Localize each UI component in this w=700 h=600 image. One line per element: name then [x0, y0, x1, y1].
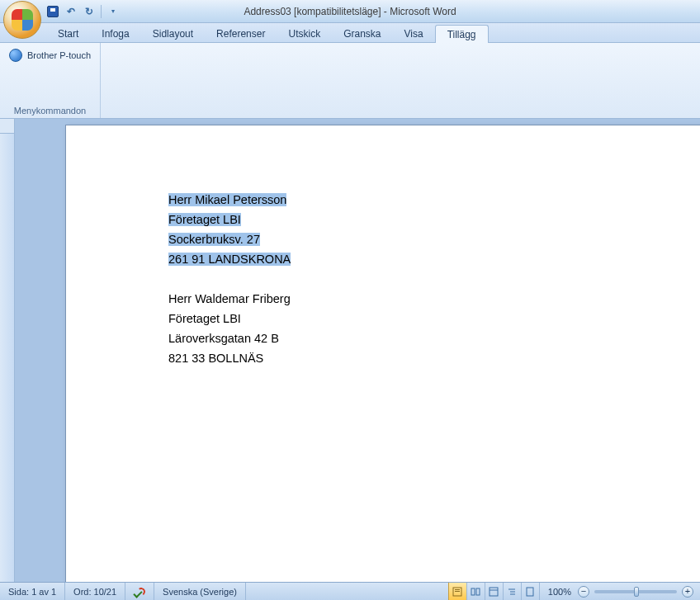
brother-ptouch-button[interactable]: Brother P-touch [5, 46, 95, 64]
ribbon-tabs: Start Infoga Sidlayout Referenser Utskic… [0, 23, 700, 43]
tab-utskick[interactable]: Utskick [277, 25, 332, 42]
office-button[interactable] [3, 1, 41, 39]
svg-rect-10 [527, 588, 533, 596]
print-layout-icon [452, 587, 462, 597]
selected-text-line[interactable]: Herr Mikael Petersson [168, 193, 286, 206]
ruler-corner [0, 119, 15, 134]
draft-icon [525, 587, 535, 597]
selected-text-line[interactable]: Sockerbruksv. 27 [168, 233, 260, 246]
selected-text-line[interactable]: Företaget LBI [168, 213, 241, 226]
text-line[interactable]: 821 33 BOLLNÄS [168, 348, 700, 368]
view-fullscreen-button[interactable] [466, 583, 485, 600]
vertical-ruler[interactable] [0, 119, 15, 582]
fullscreen-reading-icon [471, 587, 480, 597]
svg-rect-1 [455, 589, 460, 590]
zoom-control: 100% − + [539, 583, 700, 600]
zoom-percentage[interactable]: 100% [546, 587, 573, 597]
status-bar: Sida: 1 av 1 Ord: 10/21 Svenska (Sverige… [0, 582, 700, 600]
selected-text-line[interactable]: 261 91 LANDSKRONA [168, 253, 291, 266]
text-line[interactable]: Herr Waldemar Friberg [168, 289, 700, 309]
ribbon-content: Brother P-touch Menykommandon [0, 43, 700, 119]
tab-infoga[interactable]: Infoga [90, 25, 140, 42]
svg-rect-4 [476, 588, 480, 595]
quick-access-toolbar: ↶ ↻ ▾ [46, 5, 120, 18]
view-draft-button[interactable] [521, 583, 539, 600]
qat-separator [101, 5, 102, 18]
status-language[interactable]: Svenska (Sverige) [154, 583, 246, 600]
view-print-layout-button[interactable] [448, 583, 466, 600]
brother-ptouch-icon [9, 49, 22, 62]
office-logo-icon [12, 9, 33, 31]
brother-ptouch-label: Brother P-touch [27, 50, 91, 60]
view-web-layout-button[interactable] [485, 583, 503, 600]
save-button[interactable] [46, 5, 59, 18]
zoom-slider-thumb[interactable] [634, 587, 639, 597]
zoom-out-button[interactable]: − [578, 586, 589, 598]
view-outline-button[interactable] [503, 583, 521, 600]
undo-button[interactable]: ↶ [64, 5, 78, 18]
document-content[interactable]: Herr Mikael Petersson Företaget LBI Sock… [66, 125, 700, 368]
tab-granska[interactable]: Granska [332, 25, 392, 42]
status-page[interactable]: Sida: 1 av 1 [0, 583, 65, 600]
redo-button[interactable]: ↻ [83, 5, 96, 18]
ribbon-group-label: Menykommandon [5, 106, 95, 116]
status-proofing[interactable] [125, 583, 154, 600]
document-workspace: Herr Mikael Petersson Företaget LBI Sock… [0, 119, 700, 582]
outline-icon [507, 587, 517, 597]
ribbon-group-menykommandon: Brother P-touch Menykommandon [0, 43, 101, 118]
zoom-in-button[interactable]: + [682, 586, 693, 598]
document-page[interactable]: Herr Mikael Petersson Företaget LBI Sock… [66, 125, 700, 582]
svg-rect-2 [455, 591, 460, 592]
web-layout-icon [489, 587, 499, 597]
text-line[interactable]: Läroverksgatan 42 B [168, 328, 700, 348]
tab-referenser[interactable]: Referenser [205, 25, 277, 42]
text-line[interactable]: Företaget LBI [168, 309, 700, 328]
page-scroll-area[interactable]: Herr Mikael Petersson Företaget LBI Sock… [15, 119, 700, 582]
tab-start[interactable]: Start [46, 25, 90, 42]
tab-tillagg[interactable]: Tillägg [435, 25, 489, 43]
tab-visa[interactable]: Visa [393, 25, 435, 42]
title-bar: ↶ ↻ ▾ Address03 [kompatibilitetsläge] - … [0, 0, 700, 23]
status-wordcount[interactable]: Ord: 10/21 [65, 583, 125, 600]
qat-customize-button[interactable]: ▾ [106, 5, 120, 18]
save-icon [47, 6, 59, 17]
tab-sidlayout[interactable]: Sidlayout [141, 25, 205, 42]
svg-rect-5 [490, 588, 498, 596]
view-buttons [448, 583, 539, 600]
zoom-slider[interactable] [594, 590, 677, 593]
svg-rect-3 [471, 588, 475, 595]
proofing-icon [134, 586, 145, 598]
